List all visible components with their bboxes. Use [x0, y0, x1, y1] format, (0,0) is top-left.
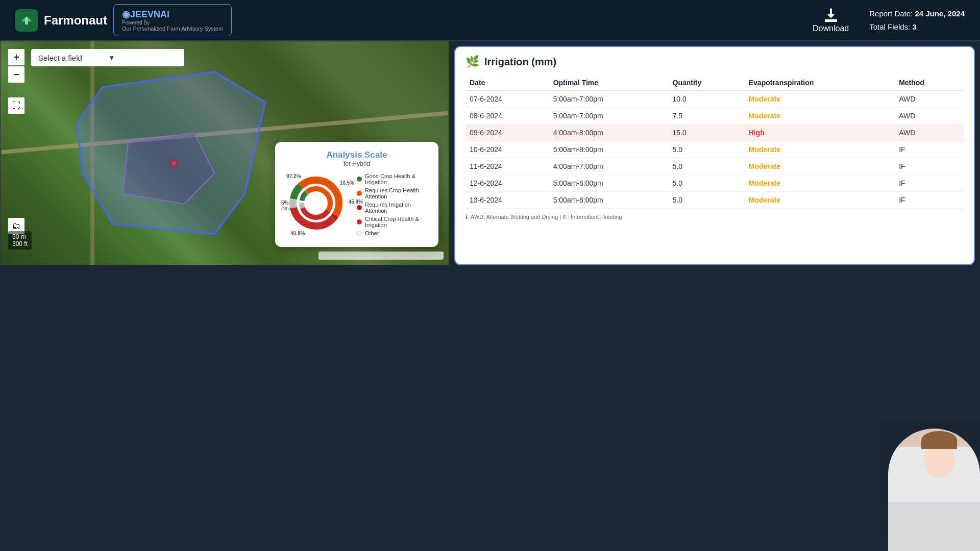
irrigation-row: 09-6-2024 4:00am-8:00pm 15.0 High AWD [465, 124, 964, 141]
irrig-date: 12-6-2024 [465, 175, 549, 192]
donut-chart: 97.2% 10.5% 45.8% 40.8% 5%Other [285, 172, 352, 239]
legend-good: Good Crop Health & Irrigation [365, 173, 428, 185]
legend-critical: Critical Crop Health & Irrigation [365, 216, 428, 228]
irrig-date: 09-6-2024 [465, 124, 549, 141]
irrig-time: 5:00am-8:00pm [549, 175, 669, 192]
irrigation-row: 07-6-2024 5:00am-7:00pm 10.0 Moderate AW… [465, 90, 964, 108]
field-selector[interactable]: Select a field ▾ [31, 49, 184, 66]
irrig-qty: 7.5 [669, 108, 745, 124]
map-area: + − Select a field ▾ ⛶ 🗂 50 m 300 ft Lea… [0, 41, 449, 265]
jeevn-subtitle: Our Personalized Farm Advisory System [122, 26, 223, 32]
irrig-evap: Moderate [745, 90, 895, 108]
irrigation-icon: 🌿 [465, 55, 479, 68]
irrig-time: 5:00am-8:00pm [549, 141, 669, 158]
logo-area: Farmonaut ◉JEEVNAi Powered By Our Person… [15, 4, 232, 36]
legend-irrig-attn: Requires Irrigation Attention [365, 202, 428, 214]
irrig-qty: 10.0 [669, 90, 745, 108]
irrig-evap: Moderate [745, 175, 895, 192]
header-right: Download Report Date: 24 June, 2024 Tota… [813, 7, 965, 33]
irrig-qty: 5.0 [669, 158, 745, 175]
irrig-qty: 15.0 [669, 124, 745, 141]
analysis-scale-title: Analysis Scale [285, 150, 428, 160]
fullscreen-button[interactable]: ⛶ [8, 97, 24, 114]
irrigation-panel: 🌿 Irrigation (mm) Date Optimal Time Quan… [454, 46, 975, 265]
irrigation-row: 13-6-2024 5:00am-8:00pm 5.0 Moderate IF [465, 192, 964, 209]
irrig-date: 07-6-2024 [465, 90, 549, 108]
logo-icon [15, 9, 38, 32]
irrig-method: AWD [895, 90, 964, 108]
irrig-date: 11-6-2024 [465, 158, 549, 175]
col-method: Method [895, 76, 964, 90]
irrig-method: IF [895, 141, 964, 158]
zoom-out-button[interactable]: − [8, 66, 24, 83]
irrig-method: IF [895, 158, 964, 175]
col-qty: Quantity [669, 76, 745, 90]
map-scale: 50 m 300 ft [8, 231, 32, 249]
irrig-date: 10-6-2024 [465, 141, 549, 158]
download-button[interactable]: Download [813, 8, 849, 33]
irrig-evap: Moderate [745, 108, 895, 124]
download-label: Download [813, 24, 849, 33]
irrig-time: 5:00am-7:00pm [549, 90, 669, 108]
col-time: Optimal Time [549, 76, 669, 90]
svg-point-2 [28, 19, 31, 22]
report-info: Report Date: 24 June, 2024 Total Fields:… [869, 7, 965, 33]
irrig-qty: 5.0 [669, 175, 745, 192]
header: Farmonaut ◉JEEVNAi Powered By Our Person… [0, 0, 980, 41]
irrigation-row: 08-6-2024 5:00am-7:00pm 7.5 Moderate AWD [465, 108, 964, 124]
irrigation-row: 12-6-2024 5:00am-8:00pm 5.0 Moderate IF [465, 175, 964, 192]
irrigation-note: ℹ AWD: Alternate Wetting and Drying | IF… [465, 214, 964, 220]
field-select-label: Select a field [38, 54, 106, 62]
map-attribution: Leaflet | © OpenStreetMap contributors, … [318, 252, 444, 260]
irrigation-row: 10-6-2024 5:00am-8:00pm 5.0 Moderate IF [465, 141, 964, 158]
irrig-time: 4:00am-8:00pm [549, 124, 669, 141]
irrig-evap: Moderate [745, 141, 895, 158]
col-date: Date [465, 76, 549, 90]
irrigation-title: 🌿 Irrigation (mm) [465, 55, 964, 68]
irrig-method: AWD [895, 124, 964, 141]
main-content: + − Select a field ▾ ⛶ 🗂 50 m 300 ft Lea… [0, 41, 980, 551]
irrig-time: 5:00am-7:00pm [549, 108, 669, 124]
irrig-time: 4:00am-7:00pm [549, 158, 669, 175]
svg-point-1 [22, 19, 25, 22]
svg-rect-3 [825, 20, 836, 22]
legend-crop-attn: Requires Crop Health Attention [365, 187, 428, 199]
irrig-date: 08-6-2024 [465, 108, 549, 124]
irrig-date: 13-6-2024 [465, 192, 549, 209]
irrig-time: 5:00am-8:00pm [549, 192, 669, 209]
irrigation-table: Date Optimal Time Quantity Evapotranspir… [465, 76, 964, 209]
field-select-chevron: ▾ [110, 53, 177, 62]
jeevn-badge: ◉JEEVNAi Powered By Our Personalized Far… [113, 4, 232, 36]
irrig-method: AWD [895, 108, 964, 124]
jeevn-powered: Powered By [122, 20, 223, 26]
col-evap: Evapotranspiration [745, 76, 895, 90]
analysis-scale-subtitle: for Hybrid [285, 160, 428, 167]
irrigation-title-text: Irrigation (mm) [484, 56, 556, 68]
irrig-method: IF [895, 175, 964, 192]
irrig-qty: 5.0 [669, 141, 745, 158]
jeevn-title: ◉JEEVNAi [122, 9, 223, 20]
analysis-scale-panel: Analysis Scale for Hybrid [275, 142, 438, 247]
irrigation-row: 11-6-2024 4:00am-7:00pm 5.0 Moderate IF [465, 158, 964, 175]
irrig-method: IF [895, 192, 964, 209]
download-icon [823, 8, 839, 24]
irrig-evap: Moderate [745, 158, 895, 175]
app-title: Farmonaut [44, 13, 107, 28]
analysis-legend: Good Crop Health & Irrigation Requires C… [357, 173, 428, 238]
irrig-qty: 5.0 [669, 192, 745, 209]
map-controls: + − [8, 49, 24, 83]
analysis-scale-content: 97.2% 10.5% 45.8% 40.8% 5%Other Good Cro… [285, 172, 428, 239]
zoom-in-button[interactable]: + [8, 49, 24, 65]
irrig-evap: High [745, 124, 895, 141]
legend-other: Other [365, 230, 379, 236]
irrig-evap: Moderate [745, 192, 895, 209]
